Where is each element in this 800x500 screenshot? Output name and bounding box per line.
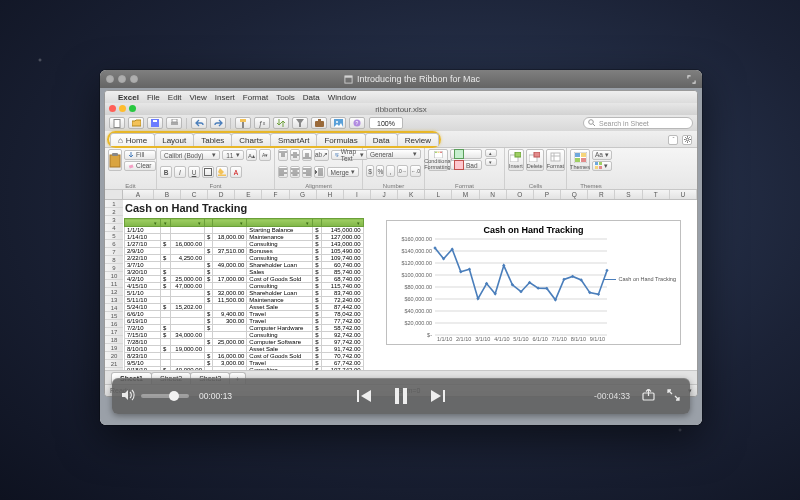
table-row[interactable]: 1/14/10$18,000.00Maintenance$127,000.00 xyxy=(125,234,364,241)
show-formulas-button[interactable]: ƒx xyxy=(254,117,270,129)
table-row[interactable]: 9/18/10$40,000.00Consulting$107,742.00 xyxy=(125,367,364,371)
fill-color-button[interactable] xyxy=(216,166,228,178)
themes-button[interactable]: Themes xyxy=(570,149,590,171)
table-row[interactable]: 5/24/10$15,202.00Asset Sale$87,442.00 xyxy=(125,304,364,311)
table-row[interactable]: 7/2/10$$Computer Hardware$58,742.00 xyxy=(125,325,364,332)
filter-button[interactable] xyxy=(292,117,308,129)
fast-forward-button[interactable] xyxy=(428,387,446,405)
search-input[interactable]: Search in Sheet xyxy=(583,117,693,129)
borders-button[interactable] xyxy=(202,166,214,178)
format-cells-button[interactable]: Format xyxy=(546,149,565,171)
decrease-indent-button[interactable] xyxy=(314,166,324,178)
table-row[interactable]: 6/19/10$300.00Travel$77,742.00 xyxy=(125,318,364,325)
comma-format-button[interactable]: , xyxy=(386,165,394,177)
orientation-button[interactable]: ab↗ xyxy=(314,149,329,161)
excel-traffic-lights[interactable] xyxy=(109,105,136,112)
align-center-button[interactable] xyxy=(290,166,300,178)
merge-button[interactable]: Merge▾ xyxy=(327,167,359,177)
align-bottom-button[interactable] xyxy=(302,149,312,161)
number-format-selector[interactable]: General▾ xyxy=(366,149,421,159)
help-button[interactable]: ? xyxy=(349,117,365,129)
tab-formulas[interactable]: Formulas xyxy=(316,133,365,146)
align-top-button[interactable] xyxy=(278,149,288,161)
table-row[interactable]: 3/7/10$49,000.00Shareholder Loan$60,740.… xyxy=(125,262,364,269)
select-all-corner[interactable] xyxy=(105,190,123,200)
volume-icon[interactable] xyxy=(122,389,135,403)
clear-button[interactable]: Clear xyxy=(124,161,156,171)
pause-button[interactable] xyxy=(392,387,410,405)
excel-zoom-button[interactable] xyxy=(129,105,136,112)
data-table[interactable]: ▾ ▾ ▾ ▾ ▾ ▾ 1/1/10Starting Balance$145,0… xyxy=(124,218,364,370)
table-row[interactable]: 5/1/10$32,000.00Shareholder Loan$83,740.… xyxy=(125,290,364,297)
table-row[interactable]: 7/15/10$34,000.00Consulting$92,742.00 xyxy=(125,332,364,339)
insert-cells-button[interactable]: Insert xyxy=(508,149,524,171)
menu-view[interactable]: View xyxy=(190,93,207,102)
table-row[interactable]: 2/22/10$4,250.00Consulting$109,740.00 xyxy=(125,255,364,262)
percent-format-button[interactable]: % xyxy=(376,165,384,177)
open-button[interactable] xyxy=(128,117,144,129)
font-color-button[interactable]: A xyxy=(230,166,242,178)
menu-format[interactable]: Format xyxy=(243,93,268,102)
minimize-dot[interactable] xyxy=(118,75,126,83)
format-painter-button[interactable] xyxy=(235,117,251,129)
window-traffic-lights[interactable] xyxy=(106,75,138,83)
table-row[interactable]: 8/10/10$19,000.00Asset Sale$91,742.00 xyxy=(125,346,364,353)
tab-charts[interactable]: Charts xyxy=(231,133,271,146)
ribbon-options-button[interactable] xyxy=(682,135,692,145)
print-button[interactable] xyxy=(166,117,182,129)
menu-file[interactable]: File xyxy=(147,93,160,102)
excel-close-button[interactable] xyxy=(109,105,116,112)
undo-button[interactable] xyxy=(191,117,207,129)
style-good[interactable] xyxy=(450,149,482,159)
table-row[interactable]: 1/1/10Starting Balance$145,000.00 xyxy=(125,227,364,234)
bold-button[interactable]: B xyxy=(160,166,172,178)
table-row[interactable]: 4/2/10$25,000.00$17,000.00Cost of Goods … xyxy=(125,276,364,283)
toolbox-button[interactable] xyxy=(311,117,327,129)
tab-tables[interactable]: Tables xyxy=(193,133,232,146)
theme-colors-button[interactable]: ▾ xyxy=(592,161,612,171)
table-row[interactable]: 4/15/10$47,000.00Consulting$115,740.00 xyxy=(125,283,364,290)
tab-home[interactable]: ⌂Home xyxy=(110,133,155,146)
table-row[interactable]: 3/20/10$$Sales$85,740.00 xyxy=(125,269,364,276)
chart-cash-on-hand[interactable]: Cash on Hand Tracking $-$20,000.00$40,00… xyxy=(386,220,681,345)
menu-window[interactable]: Window xyxy=(328,93,356,102)
sort-button[interactable] xyxy=(273,117,289,129)
column-headers[interactable]: ABCDEFGHIJKLMNOPQRSTU xyxy=(123,190,697,200)
zoom-selector[interactable]: 100% xyxy=(369,117,403,129)
delete-cells-button[interactable]: Delete xyxy=(526,149,544,171)
menu-insert[interactable]: Insert xyxy=(215,93,235,102)
table-row[interactable]: 1/27/10$16,000.00Consulting$143,000.00 xyxy=(125,241,364,248)
ribbon-collapse-button[interactable]: ˄ xyxy=(668,135,678,145)
font-name-selector[interactable]: Calibri (Body)▾ xyxy=(160,150,220,160)
table-row[interactable]: 2/9/10$37,510.00Bonuses$105,490.00 xyxy=(125,248,364,255)
menu-tools[interactable]: Tools xyxy=(276,93,295,102)
decrease-decimal-button[interactable]: ←.0 xyxy=(410,165,421,177)
grow-font-button[interactable]: A▴ xyxy=(246,149,258,161)
zoom-dot[interactable] xyxy=(130,75,138,83)
styles-up-button[interactable]: ▴ xyxy=(485,149,497,157)
new-doc-button[interactable] xyxy=(109,117,125,129)
shrink-font-button[interactable]: A▾ xyxy=(259,149,271,161)
fill-button[interactable]: Fill xyxy=(124,150,156,160)
tab-review[interactable]: Review xyxy=(397,133,439,146)
table-row[interactable]: 6/6/10$9,400.00Travel$78,042.00 xyxy=(125,311,364,318)
table-row[interactable]: 7/28/10$25,000.00Computer Software$97,74… xyxy=(125,339,364,346)
redo-button[interactable] xyxy=(210,117,226,129)
menu-data[interactable]: Data xyxy=(303,93,320,102)
align-right-button[interactable] xyxy=(302,166,312,178)
align-left-button[interactable] xyxy=(278,166,288,178)
fullscreen-corner-icon[interactable] xyxy=(686,75,696,84)
paste-button[interactable] xyxy=(108,149,122,171)
share-button[interactable] xyxy=(642,389,655,403)
app-menu[interactable]: Excel xyxy=(118,93,139,102)
theme-font-button[interactable]: Aa▾ xyxy=(592,150,612,160)
tab-layout[interactable]: Layout xyxy=(154,133,194,146)
menu-edit[interactable]: Edit xyxy=(168,93,182,102)
accounting-format-button[interactable]: $ xyxy=(366,165,374,177)
table-row[interactable]: 8/23/10$16,000.00Cost of Goods Sold$70,7… xyxy=(125,353,364,360)
increase-decimal-button[interactable]: .0→ xyxy=(397,165,408,177)
styles-down-button[interactable]: ▾ xyxy=(485,158,497,166)
tab-data[interactable]: Data xyxy=(365,133,398,146)
conditional-formatting-button[interactable]: Conditional Formatting xyxy=(428,149,448,171)
italic-button[interactable]: I xyxy=(174,166,186,178)
